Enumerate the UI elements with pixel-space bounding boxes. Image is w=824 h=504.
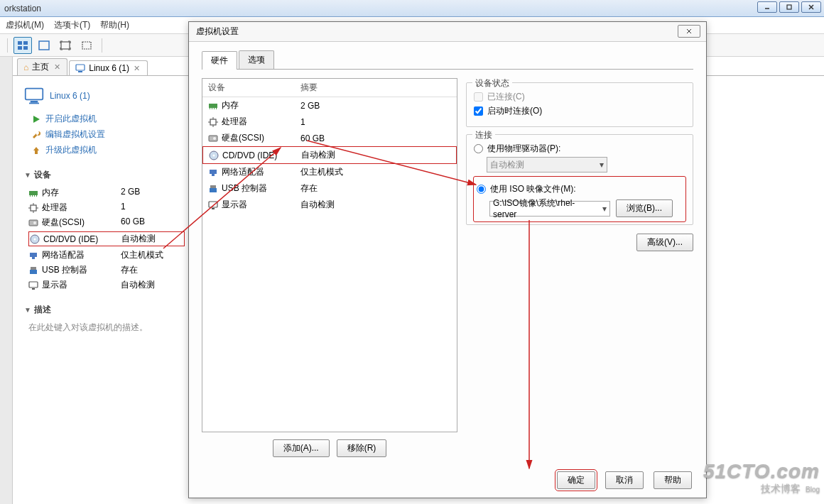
device-display[interactable]: 显示器 [28,279,121,291]
home-icon: ⌂ [23,62,28,72]
ok-button[interactable]: 确定 [557,471,595,489]
usb-icon [208,184,218,194]
svg-rect-31 [30,253,37,257]
close-button[interactable] [801,1,821,13]
hardware-row[interactable]: 网络适配器仅主机模式 [202,164,457,180]
svg-point-52 [213,154,215,156]
svg-rect-54 [212,174,215,176]
close-icon[interactable]: ✕ [53,63,61,72]
connect-at-poweron-checkbox[interactable]: 启动时连接(O) [474,105,685,117]
svg-rect-13 [26,89,43,100]
device-cpu[interactable]: 处理器 [28,202,121,214]
device-memory[interactable]: 内存 [28,187,121,199]
device-status-group: 设备状态 已连接(C) 启动时连接(O) [466,82,693,127]
device-status-title: 设备状态 [472,77,512,89]
wrench-icon [31,130,41,140]
fullscreen-button[interactable] [56,37,75,54]
svg-rect-1 [787,5,791,9]
hardware-row[interactable]: 内存2 GB [202,97,457,114]
connection-group: 连接 使用物理驱动器(P): 自动检测 使用 ISO 映像文件(M): G:\I… [466,134,693,225]
dialog-content: 设备 摘要 内存2 GB处理器1硬盘(SCSI)60 GBCD/DVD (IDE… [202,70,693,464]
unity-button[interactable] [77,37,96,54]
svg-rect-53 [210,170,217,174]
vm-title-text: Linux 6 (1) [50,91,90,101]
svg-rect-10 [82,42,91,49]
hw-device-label: 处理器 [222,116,247,128]
svg-rect-58 [212,208,215,209]
svg-rect-20 [34,195,35,197]
memory-icon [28,188,38,198]
browse-button[interactable]: 浏览(B)... [616,199,673,217]
hw-device-cell: 显示器 [208,199,300,211]
minimize-button[interactable] [757,1,777,13]
iso-row: G:\ISO镜像\系统\rhel-server 浏览(B)... [489,199,683,217]
svg-rect-33 [31,267,36,270]
hw-device-cell: 内存 [208,99,300,111]
advanced-button[interactable]: 高级(V)... [636,234,693,251]
svg-rect-22 [31,205,36,211]
hardware-row[interactable]: 处理器1 [202,114,457,130]
device-usb[interactable]: USB 控制器 [28,264,121,276]
hw-summary-cell: 自动检测 [300,199,335,211]
connection-title: 连接 [472,129,495,141]
hw-summary-cell: 自动检测 [301,149,335,161]
cd-icon [30,234,40,244]
menu-vm[interactable]: 虚拟机(M) [6,19,44,31]
window-controls [757,1,821,13]
svg-rect-11 [76,65,85,70]
watermark: 51CTO.com 技术博客 Blog [703,460,820,495]
hardware-row[interactable]: 硬盘(SCSI)60 GB [202,130,457,146]
tab-home[interactable]: ⌂ 主页 ✕ [17,58,67,75]
upgrade-icon [31,146,41,155]
hw-summary-cell: 2 GB [300,101,320,111]
cpu-icon [28,203,38,213]
hardware-left-panel: 设备 摘要 内存2 GB处理器1硬盘(SCSI)60 GBCD/DVD (IDE… [202,78,457,464]
hw-device-label: 网络适配器 [222,166,264,178]
iso-path-combo[interactable]: G:\ISO镜像\系统\rhel-server [489,201,610,217]
dialog-close-button[interactable] [678,25,700,38]
dialog-tabs: 硬件 选项 [202,50,693,70]
net-icon [28,251,38,261]
cancel-button[interactable]: 取消 [605,471,644,489]
svg-rect-32 [32,257,35,259]
close-icon[interactable]: ✕ [133,64,141,72]
svg-rect-57 [209,202,217,207]
usb-icon [28,265,38,275]
physical-drive-combo: 自动检测 [487,157,607,172]
add-hardware-button[interactable]: 添加(A)... [273,439,330,457]
tab-vm[interactable]: Linux 6 (1) ✕ [69,60,148,75]
power-on-label: 开启此虚拟机 [45,113,97,125]
device-net[interactable]: 网络适配器 [28,249,121,261]
view-thumbnails-button[interactable] [13,37,32,54]
tab-hardware[interactable]: 硬件 [202,51,237,70]
menu-tabs[interactable]: 选项卡(T) [54,19,90,31]
remove-hardware-button[interactable]: 移除(R) [337,439,387,457]
settings-dialog: 虚拟机设置 硬件 选项 设备 摘要 内存2 GB处理器1硬盘(SCSI)60 G… [188,21,707,498]
memory-icon [208,101,218,111]
menu-help[interactable]: 帮助(H) [100,19,129,31]
svg-rect-18 [30,195,31,197]
hardware-row[interactable]: CD/DVD (IDE)自动检测 [202,146,457,164]
tab-options[interactable]: 选项 [239,50,274,69]
hardware-buttons: 添加(A)... 移除(R) [202,432,457,464]
svg-point-28 [33,221,36,224]
view-single-button[interactable] [35,37,53,54]
device-name-label: USB 控制器 [42,264,87,276]
device-disk[interactable]: 硬盘(SCSI) [28,217,121,229]
device-summary: 存在 [121,264,185,276]
display-icon [208,200,218,210]
svg-point-30 [34,238,36,240]
help-button[interactable]: 帮助 [654,471,692,489]
svg-rect-15 [29,103,39,104]
watermark-line1: 51CTO.com [703,460,820,483]
hardware-row[interactable]: 显示器自动检测 [202,197,457,213]
svg-rect-17 [29,191,38,195]
device-cd[interactable]: CD/DVD (IDE) [28,231,121,246]
maximize-button[interactable] [779,1,799,13]
physical-drive-radio[interactable]: 使用物理驱动器(P): [474,143,685,155]
hardware-list: 设备 摘要 内存2 GB处理器1硬盘(SCSI)60 GBCD/DVD (IDE… [202,78,457,432]
hw-summary-cell: 60 GB [300,133,325,143]
iso-file-radio[interactable]: 使用 ISO 映像文件(M): [477,183,683,195]
vm-icon [75,63,85,73]
hardware-row[interactable]: USB 控制器存在 [202,180,457,197]
